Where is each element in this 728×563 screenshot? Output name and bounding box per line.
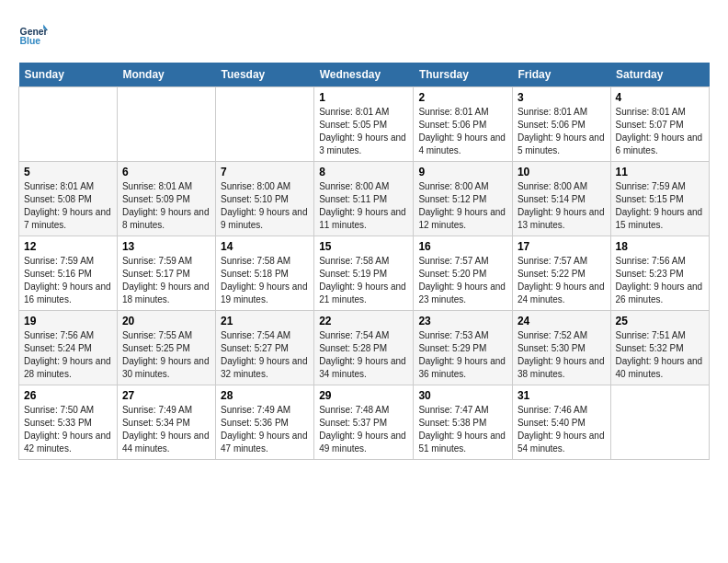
calendar-day-31: 31Sunrise: 7:46 AM Sunset: 5:40 PM Dayli… xyxy=(512,385,610,460)
calendar-day-21: 21Sunrise: 7:54 AM Sunset: 5:27 PM Dayli… xyxy=(215,311,313,385)
day-header-monday: Monday xyxy=(117,63,215,87)
calendar-day-25: 25Sunrise: 7:51 AM Sunset: 5:32 PM Dayli… xyxy=(610,311,709,385)
day-info: Sunrise: 7:59 AM Sunset: 5:16 PM Dayligh… xyxy=(24,255,112,306)
day-number: 22 xyxy=(319,315,408,327)
calendar-day-13: 13Sunrise: 7:59 AM Sunset: 5:17 PM Dayli… xyxy=(117,236,215,311)
page-header: General Blue xyxy=(18,18,710,48)
day-number: 19 xyxy=(24,315,112,327)
calendar-day-19: 19Sunrise: 7:56 AM Sunset: 5:24 PM Dayli… xyxy=(19,311,118,385)
calendar-day-5: 5Sunrise: 8:01 AM Sunset: 5:08 PM Daylig… xyxy=(19,162,118,236)
day-info: Sunrise: 7:55 AM Sunset: 5:25 PM Dayligh… xyxy=(122,329,210,381)
day-number: 6 xyxy=(122,166,210,178)
day-info: Sunrise: 7:58 AM Sunset: 5:18 PM Dayligh… xyxy=(221,255,309,306)
day-number: 1 xyxy=(319,91,408,104)
calendar-week-row: 5Sunrise: 8:01 AM Sunset: 5:08 PM Daylig… xyxy=(19,162,710,236)
day-info: Sunrise: 7:51 AM Sunset: 5:32 PM Dayligh… xyxy=(616,329,704,381)
calendar-week-row: 19Sunrise: 7:56 AM Sunset: 5:24 PM Dayli… xyxy=(19,311,710,385)
calendar-day-empty xyxy=(117,87,215,162)
day-info: Sunrise: 7:49 AM Sunset: 5:34 PM Dayligh… xyxy=(122,404,210,455)
day-number: 21 xyxy=(221,315,309,327)
day-number: 24 xyxy=(518,315,606,327)
day-number: 9 xyxy=(418,166,507,178)
day-number: 8 xyxy=(319,166,408,178)
calendar-day-16: 16Sunrise: 7:57 AM Sunset: 5:20 PM Dayli… xyxy=(414,236,513,311)
calendar-day-4: 4Sunrise: 8:01 AM Sunset: 5:07 PM Daylig… xyxy=(610,87,709,162)
day-number: 27 xyxy=(122,389,210,402)
day-header-tuesday: Tuesday xyxy=(215,63,313,87)
day-number: 29 xyxy=(319,389,408,402)
calendar-week-row: 26Sunrise: 7:50 AM Sunset: 5:33 PM Dayli… xyxy=(19,385,710,460)
day-header-sunday: Sunday xyxy=(19,63,118,87)
day-number: 26 xyxy=(24,389,112,402)
day-info: Sunrise: 8:01 AM Sunset: 5:07 PM Dayligh… xyxy=(616,106,704,157)
day-number: 25 xyxy=(616,315,704,327)
calendar-week-row: 1Sunrise: 8:01 AM Sunset: 5:05 PM Daylig… xyxy=(19,87,710,162)
day-info: Sunrise: 8:01 AM Sunset: 5:06 PM Dayligh… xyxy=(518,106,606,157)
calendar-day-7: 7Sunrise: 8:00 AM Sunset: 5:10 PM Daylig… xyxy=(215,162,313,236)
svg-text:Blue: Blue xyxy=(20,36,41,46)
calendar-day-11: 11Sunrise: 7:59 AM Sunset: 5:15 PM Dayli… xyxy=(610,162,709,236)
day-number: 4 xyxy=(616,91,704,104)
calendar-day-empty xyxy=(19,87,118,162)
calendar-day-23: 23Sunrise: 7:53 AM Sunset: 5:29 PM Dayli… xyxy=(414,311,513,385)
day-info: Sunrise: 7:56 AM Sunset: 5:23 PM Dayligh… xyxy=(616,255,704,306)
day-info: Sunrise: 8:01 AM Sunset: 5:08 PM Dayligh… xyxy=(24,180,112,232)
calendar-day-6: 6Sunrise: 8:01 AM Sunset: 5:09 PM Daylig… xyxy=(117,162,215,236)
day-number: 12 xyxy=(24,240,112,253)
logo: General Blue xyxy=(18,18,51,48)
day-info: Sunrise: 7:49 AM Sunset: 5:36 PM Dayligh… xyxy=(221,404,309,455)
day-info: Sunrise: 7:56 AM Sunset: 5:24 PM Dayligh… xyxy=(24,329,112,381)
calendar-day-12: 12Sunrise: 7:59 AM Sunset: 5:16 PM Dayli… xyxy=(19,236,118,311)
day-header-saturday: Saturday xyxy=(610,63,709,87)
calendar-day-30: 30Sunrise: 7:47 AM Sunset: 5:38 PM Dayli… xyxy=(414,385,513,460)
day-info: Sunrise: 7:57 AM Sunset: 5:22 PM Dayligh… xyxy=(518,255,606,306)
day-info: Sunrise: 8:01 AM Sunset: 5:06 PM Dayligh… xyxy=(418,106,507,157)
calendar-day-28: 28Sunrise: 7:49 AM Sunset: 5:36 PM Dayli… xyxy=(215,385,313,460)
day-info: Sunrise: 8:00 AM Sunset: 5:10 PM Dayligh… xyxy=(221,180,309,232)
day-number: 7 xyxy=(221,166,309,178)
day-number: 13 xyxy=(122,240,210,253)
day-info: Sunrise: 8:01 AM Sunset: 5:09 PM Dayligh… xyxy=(122,180,210,232)
day-number: 31 xyxy=(518,389,606,402)
day-info: Sunrise: 8:00 AM Sunset: 5:11 PM Dayligh… xyxy=(319,180,408,232)
day-number: 14 xyxy=(221,240,309,253)
day-number: 20 xyxy=(122,315,210,327)
day-number: 23 xyxy=(418,315,507,327)
day-info: Sunrise: 7:53 AM Sunset: 5:29 PM Dayligh… xyxy=(418,329,507,381)
day-number: 10 xyxy=(518,166,606,178)
day-number: 2 xyxy=(418,91,507,104)
day-info: Sunrise: 7:48 AM Sunset: 5:37 PM Dayligh… xyxy=(319,404,408,455)
day-info: Sunrise: 7:54 AM Sunset: 5:27 PM Dayligh… xyxy=(221,329,309,381)
day-info: Sunrise: 7:52 AM Sunset: 5:30 PM Dayligh… xyxy=(518,329,606,381)
calendar-week-row: 12Sunrise: 7:59 AM Sunset: 5:16 PM Dayli… xyxy=(19,236,710,311)
day-header-wednesday: Wednesday xyxy=(314,63,414,87)
day-header-friday: Friday xyxy=(512,63,610,87)
day-info: Sunrise: 7:50 AM Sunset: 5:33 PM Dayligh… xyxy=(24,404,112,455)
day-info: Sunrise: 7:46 AM Sunset: 5:40 PM Dayligh… xyxy=(518,404,606,455)
calendar-day-22: 22Sunrise: 7:54 AM Sunset: 5:28 PM Dayli… xyxy=(314,311,414,385)
day-info: Sunrise: 8:01 AM Sunset: 5:05 PM Dayligh… xyxy=(319,106,408,157)
calendar-day-29: 29Sunrise: 7:48 AM Sunset: 5:37 PM Dayli… xyxy=(314,385,414,460)
day-info: Sunrise: 8:00 AM Sunset: 5:12 PM Dayligh… xyxy=(418,180,507,232)
day-info: Sunrise: 7:58 AM Sunset: 5:19 PM Dayligh… xyxy=(319,255,408,306)
calendar-day-18: 18Sunrise: 7:56 AM Sunset: 5:23 PM Dayli… xyxy=(610,236,709,311)
calendar-day-1: 1Sunrise: 8:01 AM Sunset: 5:05 PM Daylig… xyxy=(314,87,414,162)
day-info: Sunrise: 7:54 AM Sunset: 5:28 PM Dayligh… xyxy=(319,329,408,381)
day-info: Sunrise: 7:47 AM Sunset: 5:38 PM Dayligh… xyxy=(418,404,507,455)
calendar-day-24: 24Sunrise: 7:52 AM Sunset: 5:30 PM Dayli… xyxy=(512,311,610,385)
day-number: 18 xyxy=(616,240,704,253)
day-number: 16 xyxy=(418,240,507,253)
day-info: Sunrise: 7:59 AM Sunset: 5:17 PM Dayligh… xyxy=(122,255,210,306)
calendar-day-empty xyxy=(215,87,313,162)
day-number: 3 xyxy=(518,91,606,104)
calendar-day-2: 2Sunrise: 8:01 AM Sunset: 5:06 PM Daylig… xyxy=(414,87,513,162)
day-number: 15 xyxy=(319,240,408,253)
day-info: Sunrise: 7:57 AM Sunset: 5:20 PM Dayligh… xyxy=(418,255,507,306)
calendar-day-empty xyxy=(610,385,709,460)
day-info: Sunrise: 8:00 AM Sunset: 5:14 PM Dayligh… xyxy=(518,180,606,232)
day-number: 17 xyxy=(518,240,606,253)
calendar-day-26: 26Sunrise: 7:50 AM Sunset: 5:33 PM Dayli… xyxy=(19,385,118,460)
calendar-day-27: 27Sunrise: 7:49 AM Sunset: 5:34 PM Dayli… xyxy=(117,385,215,460)
logo-icon: General Blue xyxy=(18,18,48,48)
day-info: Sunrise: 7:59 AM Sunset: 5:15 PM Dayligh… xyxy=(616,180,704,232)
